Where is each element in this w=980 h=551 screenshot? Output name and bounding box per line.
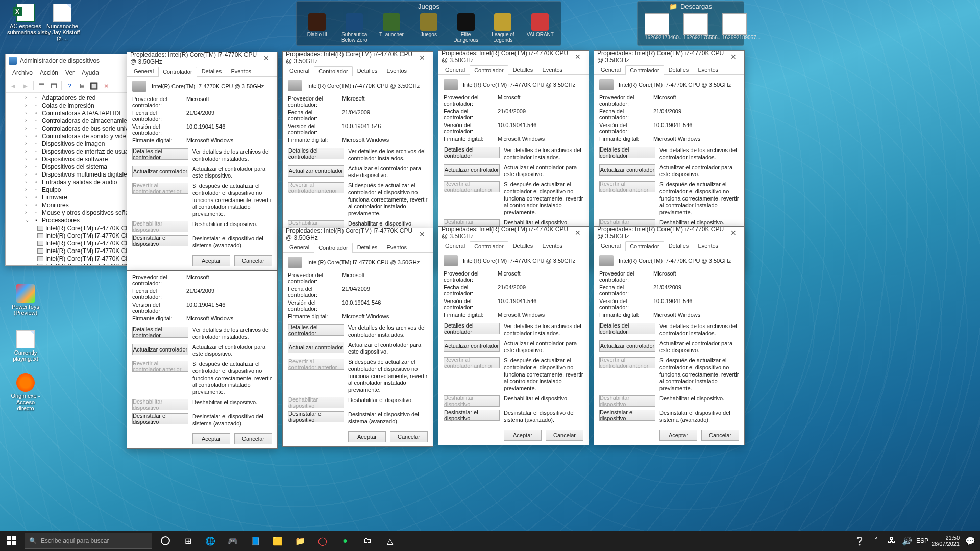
dialog-titlebar[interactable]: Propiedades: Intel(R) Core(TM) i7-4770K … xyxy=(438,227,589,239)
tab-general[interactable]: General xyxy=(285,242,314,252)
tab-eventos[interactable]: Eventos xyxy=(226,66,256,76)
menu-archivo[interactable]: Archivo xyxy=(9,68,36,78)
taskbar-app-explorer[interactable]: 📁 xyxy=(289,531,311,551)
dialog-titlebar[interactable]: Propiedades: Intel(R) Core(TM) i7-4770K … xyxy=(283,228,433,240)
uninstall-device-button[interactable]: Desinstalar el dispositivo xyxy=(132,235,188,246)
cortana-button[interactable] xyxy=(154,531,177,551)
tab-detalles[interactable]: Detalles xyxy=(508,241,538,251)
driver-details-button[interactable]: Detalles del controlador xyxy=(599,147,655,158)
tab-eventos[interactable]: Eventos xyxy=(382,66,411,76)
collapse-icon[interactable]: ⌄ xyxy=(25,217,32,223)
dialog-titlebar[interactable]: Propiedades: Intel(R) Core(TM) i7-4770K … xyxy=(594,51,744,63)
tab-general[interactable]: General xyxy=(285,66,314,76)
tray-lang[interactable]: ESP xyxy=(916,537,928,544)
expand-icon[interactable]: › xyxy=(25,141,32,146)
tab-detalles[interactable]: Detalles xyxy=(508,65,538,74)
update-driver-button[interactable]: Actualizar controlador xyxy=(288,342,344,353)
get-help-icon[interactable]: ❔ xyxy=(852,531,867,551)
toolbar-btn[interactable]: 🗔 xyxy=(36,81,47,91)
dialog-titlebar[interactable]: Propiedades: Intel(R) Core(TM) i7-4770K … xyxy=(127,52,277,64)
taskbar-app[interactable]: 🗂 xyxy=(356,531,379,551)
update-driver-button[interactable]: Actualizar controlador xyxy=(288,165,344,177)
driver-details-button[interactable]: Detalles del controlador xyxy=(599,323,655,334)
menu-ayuda[interactable]: Ayuda xyxy=(78,68,103,78)
game-shortcut[interactable]: VALORANT xyxy=(527,13,554,43)
desktop-icon[interactable]: Currently playing.txt xyxy=(7,330,44,362)
tab-eventos[interactable]: Eventos xyxy=(537,65,567,74)
tab-eventos[interactable]: Eventos xyxy=(693,241,723,251)
tab-general[interactable]: General xyxy=(596,65,625,74)
tab-general[interactable]: General xyxy=(596,241,625,251)
close-button[interactable]: ✕ xyxy=(259,53,274,63)
taskbar-app-opera[interactable]: ◯ xyxy=(311,531,334,551)
update-driver-button[interactable]: Actualizar controlador xyxy=(444,340,500,352)
update-driver-button[interactable]: Actualizar controlador xyxy=(599,164,655,176)
close-button[interactable]: ✕ xyxy=(570,52,585,62)
driver-details-button[interactable]: Detalles del controlador xyxy=(132,148,188,160)
driver-details-button[interactable]: Detalles del controlador xyxy=(444,323,500,334)
tab-controlador[interactable]: Controlador xyxy=(470,241,508,251)
toolbar-btn[interactable]: 🗔 xyxy=(48,81,59,91)
game-shortcut[interactable]: Juegos xyxy=(415,13,442,43)
close-button[interactable]: ✕ xyxy=(570,228,585,238)
scan-button[interactable]: 🔲 xyxy=(88,81,100,91)
tab-detalles[interactable]: Detalles xyxy=(353,242,382,252)
volume-icon[interactable]: 🔊 xyxy=(901,531,913,551)
update-driver-button[interactable]: Actualizar controlador xyxy=(444,164,500,176)
cancel-button[interactable]: Cancelar xyxy=(546,430,583,441)
update-driver-button[interactable]: Actualizar controlador xyxy=(132,344,188,355)
taskbar-app[interactable]: 🟨 xyxy=(266,531,289,551)
tab-controlador[interactable]: Controlador xyxy=(158,67,197,77)
network-icon[interactable]: 🖧 xyxy=(886,531,898,551)
tab-eventos[interactable]: Eventos xyxy=(693,65,723,74)
tab-general[interactable]: General xyxy=(440,65,470,74)
expand-icon[interactable]: › xyxy=(25,118,32,123)
ok-button[interactable]: Aceptar xyxy=(504,430,542,441)
expand-icon[interactable]: › xyxy=(25,148,32,154)
close-button[interactable]: ✕ xyxy=(414,229,430,239)
cancel-button[interactable]: Cancelar xyxy=(701,430,739,441)
close-button[interactable]: ✕ xyxy=(726,228,741,238)
expand-icon[interactable]: › xyxy=(25,171,32,177)
tab-detalles[interactable]: Detalles xyxy=(353,66,382,76)
taskbar-app-chrome[interactable]: 🌐 xyxy=(199,531,222,551)
expand-icon[interactable]: › xyxy=(25,103,32,108)
ok-button[interactable]: Aceptar xyxy=(348,431,386,442)
driver-details-button[interactable]: Detalles del controlador xyxy=(288,148,344,159)
dialog-titlebar[interactable]: Propiedades: Intel(R) Core(TM) i7-4770K … xyxy=(438,51,589,63)
desktop-icon[interactable]: Origin.exe - Acceso directo xyxy=(7,373,44,411)
taskbar-app[interactable]: 📘 xyxy=(244,531,266,551)
expand-icon[interactable]: › xyxy=(25,95,32,101)
toolbar-btn[interactable]: ⨯ xyxy=(101,81,112,91)
tab-detalles[interactable]: Detalles xyxy=(664,241,694,251)
download-item[interactable]: 162692173460... xyxy=(645,13,675,40)
driver-details-button[interactable]: Detalles del controlador xyxy=(288,324,344,336)
tab-controlador[interactable]: Controlador xyxy=(625,65,664,75)
help-button[interactable]: ? xyxy=(64,81,75,91)
uninstall-device-button[interactable]: Desinstalar el dispositivo xyxy=(599,410,655,421)
game-shortcut[interactable]: TLauncher xyxy=(378,13,405,43)
expand-icon[interactable]: › xyxy=(25,194,32,200)
expand-icon[interactable]: › xyxy=(25,156,32,162)
expand-icon[interactable]: › xyxy=(25,210,32,215)
taskbar-app-spotify[interactable]: ● xyxy=(334,531,356,551)
action-center-icon[interactable]: 💬 xyxy=(963,531,978,551)
ok-button[interactable]: Aceptar xyxy=(192,433,230,444)
tab-controlador[interactable]: Controlador xyxy=(470,65,508,75)
menu-acción[interactable]: Acción xyxy=(36,68,62,78)
tab-detalles[interactable]: Detalles xyxy=(664,65,694,74)
tab-eventos[interactable]: Eventos xyxy=(537,241,567,251)
driver-details-button[interactable]: Detalles del controlador xyxy=(132,327,188,338)
uninstall-device-button[interactable]: Desinstalar el dispositivo xyxy=(444,410,500,421)
expand-icon[interactable]: › xyxy=(25,164,32,169)
update-driver-button[interactable]: Actualizar controlador xyxy=(599,340,655,352)
tray-date[interactable]: 28/07/2021 xyxy=(932,541,960,547)
tab-general[interactable]: General xyxy=(129,66,158,76)
uninstall-device-button[interactable]: Desinstalar el dispositivo xyxy=(288,411,344,422)
game-shortcut[interactable]: Elite Dangerous xyxy=(452,13,479,43)
expand-icon[interactable]: › xyxy=(25,187,32,192)
game-shortcut[interactable]: League of Legends xyxy=(489,13,517,43)
toolbar-btn[interactable]: 🖥 xyxy=(76,81,87,91)
taskbar-app-xbox[interactable]: 🎮 xyxy=(222,531,244,551)
desktop-icon[interactable]: AC especies submarinas.xlsx xyxy=(7,4,44,35)
